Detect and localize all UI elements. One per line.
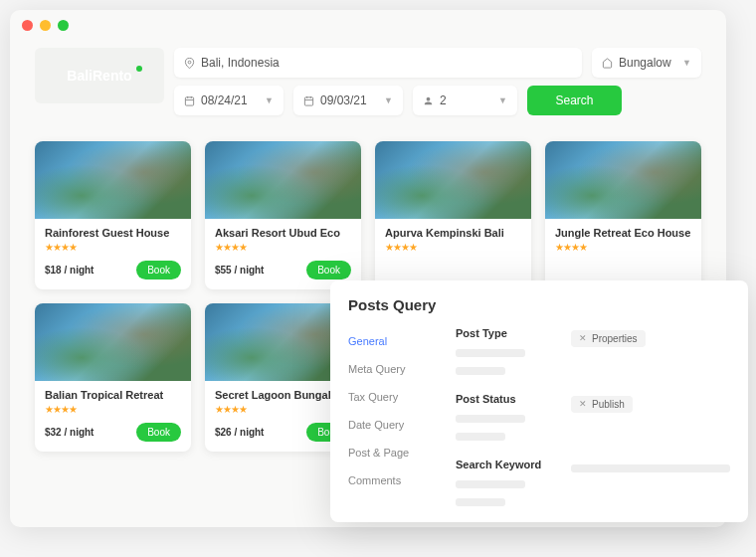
book-button[interactable]: Book [136, 261, 181, 279]
skeleton [456, 433, 505, 441]
tab-tax-query[interactable]: Tax Query [348, 383, 438, 411]
close-icon[interactable]: ✕ [579, 399, 587, 409]
posts-query-panel: Posts Query GeneralMeta QueryTax QueryDa… [330, 280, 748, 522]
svg-rect-5 [304, 96, 312, 104]
field-label: Post Status [456, 393, 555, 405]
logo: BaliRento [35, 48, 164, 103]
skeleton [456, 480, 525, 488]
listing-title: Rainforest Guest House [45, 227, 181, 239]
rating-stars: ★★★★ [385, 242, 521, 253]
svg-rect-1 [185, 96, 193, 104]
rating-stars: ★★★★ [45, 242, 181, 253]
listing-card[interactable]: Jungle Retreat Eco House ★★★★ [545, 141, 701, 289]
rating-stars: ★★★★ [215, 242, 351, 253]
book-button[interactable]: Book [306, 261, 351, 279]
form-row: Post Type ✕Properties [456, 327, 730, 375]
svg-point-0 [188, 61, 191, 64]
listing-card[interactable]: Balian Tropical Retreat ★★★★ $32 / night… [35, 303, 191, 452]
skeleton [571, 464, 730, 472]
property-type-text: Bungalow [619, 56, 671, 70]
location-text: Bali, Indonesia [201, 56, 280, 70]
listing-thumbnail [545, 141, 701, 219]
listing-thumbnail [205, 141, 361, 219]
calendar-icon [184, 95, 195, 106]
search-button[interactable]: Search [527, 86, 622, 115]
listing-title: Aksari Resort Ubud Eco [215, 227, 351, 239]
chevron-down-icon: ▼ [498, 95, 507, 105]
chevron-down-icon: ▼ [682, 58, 691, 68]
checkout-input[interactable]: 09/03/21 ▼ [293, 86, 403, 115]
form-row: Search Keyword [456, 459, 730, 506]
guests-text: 2 [440, 93, 447, 107]
home-icon [602, 58, 613, 69]
listing-price: $18 / night [45, 265, 94, 276]
filter-chip[interactable]: ✕Properties [571, 330, 646, 347]
listing-thumbnail [35, 141, 191, 219]
tab-meta-query[interactable]: Meta Query [348, 355, 438, 383]
skeleton [456, 498, 505, 506]
skeleton [456, 367, 505, 375]
field-label: Post Type [456, 327, 555, 339]
checkout-text: 09/03/21 [320, 93, 367, 107]
checkin-text: 08/24/21 [201, 93, 248, 107]
listing-card[interactable]: Apurva Kempinski Bali ★★★★ [375, 141, 531, 289]
tab-comments[interactable]: Comments [348, 466, 438, 494]
tab-date-query[interactable]: Date Query [348, 411, 438, 439]
guests-input[interactable]: 2 ▼ [413, 86, 517, 115]
pin-icon [184, 58, 195, 69]
close-window-dot[interactable] [22, 20, 33, 31]
search-header: BaliRento Bali, Indonesia Bungalow ▼ 08/… [10, 40, 726, 123]
listing-card[interactable]: Rainforest Guest House ★★★★ $18 / night … [35, 141, 191, 289]
calendar-icon [303, 95, 314, 106]
chevron-down-icon: ▼ [384, 95, 393, 105]
listing-price: $55 / night [215, 265, 264, 276]
panel-form: Post Type ✕Properties Post Status ✕Publi… [456, 327, 730, 506]
person-icon [423, 95, 434, 106]
search-area: Bali, Indonesia Bungalow ▼ 08/24/21 ▼ 09… [174, 48, 701, 115]
tab-general[interactable]: General [348, 327, 438, 355]
rating-stars: ★★★★ [45, 404, 181, 415]
skeleton [456, 415, 525, 423]
listing-thumbnail [375, 141, 531, 219]
skeleton [456, 349, 525, 357]
listing-price: $26 / night [215, 427, 264, 438]
book-button[interactable]: Book [136, 423, 181, 442]
chip-text: Properties [592, 333, 638, 344]
filter-chip[interactable]: ✕Publish [571, 396, 633, 413]
listing-title: Jungle Retreat Eco House [555, 227, 691, 239]
panel-title: Posts Query [348, 296, 730, 313]
listing-card[interactable]: Aksari Resort Ubud Eco ★★★★ $55 / night … [205, 141, 361, 289]
close-icon[interactable]: ✕ [579, 333, 587, 343]
panel-tabs: GeneralMeta QueryTax QueryDate QueryPost… [348, 327, 438, 506]
listing-title: Balian Tropical Retreat [45, 389, 181, 401]
rating-stars: ★★★★ [555, 242, 691, 253]
tab-post-page[interactable]: Post & Page [348, 439, 438, 466]
property-type-select[interactable]: Bungalow ▼ [592, 48, 701, 78]
field-label: Search Keyword [456, 459, 555, 470]
chip-text: Publish [592, 399, 625, 410]
minimize-window-dot[interactable] [40, 20, 51, 31]
form-row: Post Status ✕Publish [456, 393, 730, 441]
listing-title: Apurva Kempinski Bali [385, 227, 521, 239]
listing-price: $32 / night [45, 427, 94, 438]
listing-thumbnail [35, 303, 191, 381]
maximize-window-dot[interactable] [58, 20, 69, 31]
titlebar [10, 10, 726, 40]
location-input[interactable]: Bali, Indonesia [174, 48, 582, 78]
checkin-input[interactable]: 08/24/21 ▼ [174, 86, 284, 115]
chevron-down-icon: ▼ [265, 95, 274, 105]
